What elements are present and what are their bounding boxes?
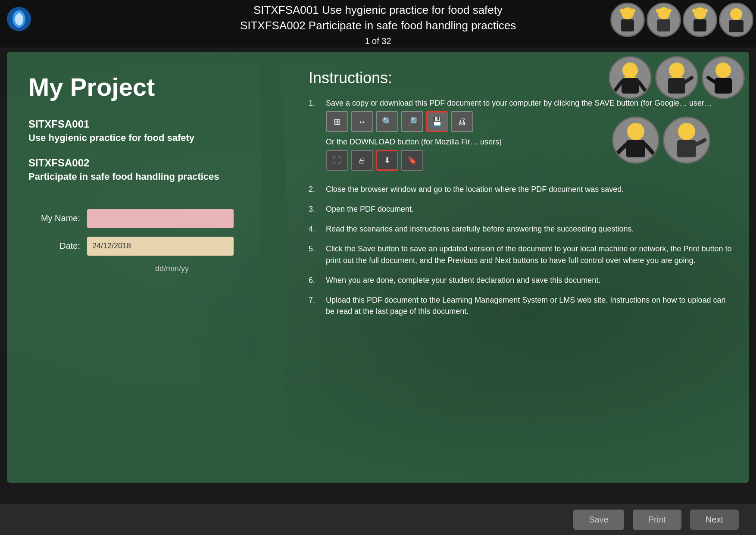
fit-width-btn[interactable]: ↔	[351, 111, 373, 132]
svg-rect-20	[715, 78, 732, 94]
bookmark-btn[interactable]: 🔖	[401, 150, 423, 171]
form-section: My Name: Date: dd/mm/yy	[28, 209, 257, 273]
main-content: My Project SITXFSA001 Use hygienic pract…	[7, 52, 749, 483]
main-avatar-strip	[604, 52, 749, 103]
print-button[interactable]: Print	[633, 510, 681, 530]
svg-point-3	[620, 9, 624, 13]
left-panel: My Project SITXFSA001 Use hygienic pract…	[7, 52, 274, 483]
instruction-4: 4. Read the scenarios and instructions c…	[309, 223, 732, 235]
instruction-7: 7. Upload this PDF document to the Learn…	[309, 294, 732, 317]
expand-btn[interactable]: ⛶	[326, 150, 348, 171]
main-avatar-2	[655, 56, 698, 99]
svg-point-8	[667, 9, 672, 13]
header-title1: SITXFSA001 Use hygienic practice for foo…	[240, 2, 516, 18]
svg-point-21	[627, 123, 644, 140]
avatar-2	[647, 3, 681, 37]
svg-point-17	[669, 63, 684, 78]
header-text: SITXFSA001 Use hygienic practice for foo…	[240, 2, 516, 47]
print-btn[interactable]: 🖨	[451, 111, 473, 132]
svg-rect-6	[657, 19, 670, 31]
svg-point-15	[622, 63, 638, 78]
course1-code: SITXFSA001	[28, 118, 257, 130]
svg-rect-16	[622, 78, 639, 94]
avatar-4	[719, 3, 753, 37]
svg-point-23	[678, 123, 695, 140]
save-btn[interactable]: 💾	[426, 111, 448, 132]
date-hint: dd/mm/yy	[87, 264, 257, 273]
main-avatar-4	[612, 116, 659, 164]
main-avatar-3	[702, 56, 745, 99]
header-title2: SITXFSA002 Participate in safe food hand…	[240, 18, 516, 33]
instruction-2: 2. Close the browser window and go to th…	[309, 184, 732, 195]
svg-rect-22	[626, 140, 645, 157]
svg-point-4	[631, 9, 635, 13]
zoom-in-btn[interactable]: 🔎	[401, 111, 423, 132]
svg-point-19	[715, 63, 731, 78]
svg-point-11	[692, 9, 697, 13]
date-label: Date:	[28, 241, 80, 251]
main-avatar-5	[663, 116, 710, 164]
date-input[interactable]	[87, 237, 234, 256]
main-avatar-strip-2	[608, 112, 715, 168]
save-button[interactable]: Save	[573, 510, 624, 530]
avatar-1	[610, 3, 645, 37]
header: SITXFSA001 Use hygienic practice for foo…	[0, 0, 756, 47]
svg-rect-2	[621, 19, 634, 31]
app-logo	[6, 6, 32, 32]
svg-rect-14	[729, 20, 744, 32]
project-title: My Project	[28, 73, 257, 101]
svg-point-13	[730, 8, 742, 20]
bottom-bar: Save Print Next	[0, 504, 756, 535]
course2-name: Participate in safe food handling practi…	[28, 171, 257, 183]
download-btn[interactable]: ⬇	[376, 150, 398, 171]
name-input[interactable]	[87, 209, 234, 228]
svg-rect-18	[668, 78, 685, 94]
page-count: 1 of 32	[240, 35, 516, 47]
instruction-6: 6. When you are done, complete your stud…	[309, 275, 732, 286]
name-label: My Name:	[28, 213, 80, 223]
course2-code: SITXFSA002	[28, 157, 257, 169]
svg-point-12	[703, 9, 708, 13]
avatar-3	[683, 3, 717, 37]
course1-name: Use hygienic practice for food safety	[28, 132, 257, 144]
avatar-strip	[608, 0, 756, 40]
search-btn[interactable]: 🔍	[376, 111, 398, 132]
print2-btn[interactable]: 🖨	[351, 150, 373, 171]
svg-rect-24	[677, 140, 696, 157]
svg-point-7	[656, 9, 660, 13]
date-row: Date:	[28, 237, 257, 256]
fit-page-btn[interactable]: ⊞	[326, 111, 348, 132]
instruction-5: 5. Click the Save button to save an upda…	[309, 243, 732, 266]
instruction-3: 3. Open the PDF document.	[309, 203, 732, 215]
name-row: My Name:	[28, 209, 257, 228]
main-avatar-1	[609, 56, 652, 99]
next-button[interactable]: Next	[690, 510, 739, 530]
svg-rect-10	[694, 19, 706, 31]
